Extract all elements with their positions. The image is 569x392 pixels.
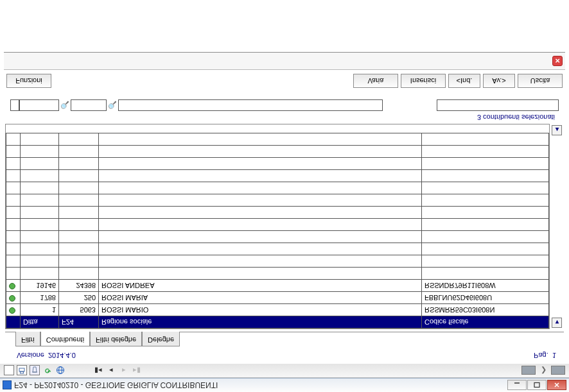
first-record-button[interactable]: ▮◂ [94,366,103,375]
table-row[interactable] [6,133,549,146]
scroll-up-icon[interactable]: ▴ [552,125,562,135]
tab-deleghe[interactable]: Deleghe [142,332,180,346]
col-header-ditta[interactable]: Ditta [21,316,59,328]
selection-status-label: 3 contribuenti selezionati [477,114,559,121]
table-row[interactable] [6,182,549,194]
prev-record-button[interactable]: ◂ [107,366,116,375]
title-bar: F24 - PF20140210 - GESTIONE GRIGLIA CONT… [0,378,569,392]
table-row[interactable] [6,255,549,268]
funzioni-button[interactable]: Funzioni [6,74,51,88]
table-row[interactable] [6,231,549,243]
cell-ragione: ROSSI MARIO [99,304,422,316]
last-record-button[interactable]: ▸▮ [132,366,141,375]
main-toolbar: Funzioni Varia Inserisci <Ind. Av.> Usci… [6,74,563,88]
search-icon[interactable]: 🔍 [107,99,118,111]
filter-f24-input[interactable] [71,99,107,111]
table-row[interactable] [6,146,549,158]
statusbar-icon-1[interactable] [4,366,14,376]
col-header-ragione[interactable]: Ragione sociale [99,316,422,328]
cell-ditta: 1788 [21,292,59,304]
cell-f24: 24398 [59,280,99,292]
status-dot-icon [9,295,15,302]
filter-ragione-input[interactable] [118,99,383,111]
status-dot-icon [9,283,15,289]
cell-codice-fiscale: RSSMRR59C03I608N [422,304,549,316]
varia-button[interactable]: Varia [353,74,398,88]
statusbar-chevron-right[interactable]: ❯ [538,366,548,376]
page-value: 1 [552,352,556,359]
scroll-down-icon[interactable]: ▾ [552,318,562,328]
inserisci-button[interactable]: Inserisci [401,74,446,88]
svg-rect-1 [534,383,539,388]
tab-filtri-deleghe[interactable]: Filtri deleghe [90,332,142,346]
statusbar-pane-1 [521,366,536,375]
globe-icon[interactable] [55,366,66,376]
cell-ragione: ROSSI ANDREA [99,280,422,292]
next-record-button[interactable]: ▸ [119,366,128,375]
table-row[interactable]: 1 5063 ROSSI MARIO RSSMRR59C03I608N [6,304,549,316]
cell-f24: 250 [59,292,99,304]
uscita-button[interactable]: Uscita [518,74,563,88]
window-title: F24 - PF20140210 - GESTIONE GRIGLIA CONT… [14,381,218,390]
table-row[interactable] [6,158,549,170]
filter-row: 3 contribuenti selezionati 🔍 🔍 [10,93,559,121]
svg-rect-4 [19,369,24,372]
minimize-button[interactable] [507,380,527,391]
filter-status-input[interactable] [10,99,19,111]
col-header-f24[interactable]: F24 [59,316,99,328]
statusbar-pane-2 [551,366,565,375]
cell-codice-fiscale: RSSNDR79R11I608W [422,280,549,292]
table-row[interactable] [6,170,549,182]
ind-button[interactable]: <Ind. [448,74,480,88]
filter-cf-input[interactable] [437,99,559,111]
version-row: Versione 2014.4.0 Pag. 1 [0,347,569,364]
cell-ragione: ROSSI MARIA [99,292,422,304]
panel-close-icon[interactable]: ✕ [552,56,563,66]
trash-icon[interactable] [30,366,40,376]
app-icon [3,381,12,390]
grid-header-row: Ditta F24 Ragione sociale Codice fiscale [6,316,549,328]
print-icon[interactable] [17,366,27,376]
filter-ditta-input[interactable] [19,99,59,111]
version-value: 2014.4.0 [48,352,76,359]
status-bar: ⟳ ▮◂ ◂ ▸ ▸▮ ❯ [0,364,569,378]
table-row[interactable]: 1788 250 ROSSI MARIA FBBLNU62D46I608U [6,292,549,304]
table-row[interactable] [6,207,549,219]
search-icon[interactable]: 🔍 [59,99,71,111]
status-dot-icon [9,307,15,314]
table-row[interactable]: 19146 24398 ROSSI ANDREA RSSNDR79R11I608… [6,280,549,292]
version-label: Versione [17,352,44,359]
close-button[interactable] [547,380,566,391]
tab-filtri[interactable]: Filtri [15,332,40,346]
page-label: Pag. [534,352,548,359]
lower-tab-strip: Filtri Contribuenti Filtri deleghe Deleg… [5,332,564,347]
av-button[interactable]: Av.> [483,74,515,88]
sync-icon[interactable]: ⟳ [42,366,53,376]
svg-rect-5 [21,372,24,374]
table-row[interactable] [6,219,549,231]
cell-ditta: 1 [21,304,59,316]
table-row[interactable] [6,243,549,255]
col-header-codice-fiscale[interactable]: Codice fiscale [422,316,549,328]
col-header-status[interactable] [6,316,21,328]
cell-f24: 5063 [59,304,99,316]
contribuenti-grid[interactable]: Ditta F24 Ragione sociale Codice fiscale… [6,133,549,328]
tab-contribuenti[interactable]: Contribuenti [40,332,90,346]
table-row[interactable] [6,194,549,207]
cell-ditta: 19146 [21,280,59,292]
cell-codice-fiscale: FBBLNU62D46I608U [422,292,549,304]
window-header-strip: ✕ [4,52,565,70]
table-row[interactable] [6,268,549,280]
maximize-button[interactable] [527,380,547,391]
